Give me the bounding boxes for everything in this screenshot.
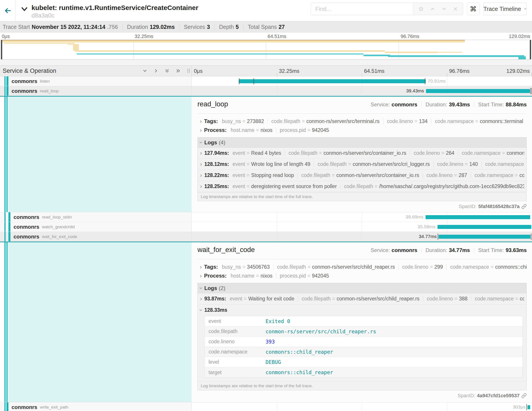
log-field-row: targetconmonrs::child_reaper [205,367,523,377]
logs-title: Logs [204,285,217,291]
back-button[interactable] [0,0,16,21]
log-entry[interactable]: › 127.94ms: event=Read 4 bytescode.filep… [198,148,526,159]
process-row[interactable]: › Process: host.name=nixosprocess.pid=94… [198,126,527,135]
span-row-left[interactable]: conmonrs watch_grandchild [0,222,192,232]
chevron-down-icon [20,5,28,13]
service-name: conmonrs [11,88,37,94]
span-bar[interactable] [437,225,531,229]
log-entry[interactable]: › 93.87ms: event=Waiting for exit codeco… [198,293,526,304]
service-name: conmonrs [11,78,37,84]
find-next-icon[interactable] [441,6,447,12]
focus-match-icon[interactable] [418,6,424,12]
span-bar-cell[interactable]: 39.69ms [192,212,532,222]
log-entry[interactable]: › 128.12ms: event=Wrote log line of leng… [198,159,526,170]
minimap-tick: 0μs [2,34,10,39]
minimap-right-handle[interactable] [530,40,531,59]
expand-all-icon[interactable] [175,68,181,73]
span-bar[interactable] [528,405,530,409]
tags-row[interactable]: › Tags: busy_ns=34506763code.filepath=co… [198,263,527,271]
process-label: Process: [204,127,227,133]
span-row-left[interactable]: conmonrs read_loop [0,86,192,96]
field-key: code.lineno [437,161,463,167]
process-row[interactable]: › Process: host.name=nixosprocess.pid=94… [198,271,527,280]
operation-name: read_loop_stdin [42,215,72,220]
column-resize-grip[interactable] [188,68,190,73]
link-icon[interactable] [521,393,527,398]
span-bar-cell[interactable]: 35.58ms [192,222,532,232]
collapse-all-icon[interactable] [164,68,170,73]
field-key: code.filepath [302,296,331,302]
span-bar-cell[interactable]: 39.43ms [192,86,532,96]
trace-view-selector[interactable]: Trace Timeline [483,3,527,15]
span-row-left[interactable]: conmonrs write_exit_path [0,402,192,411]
equals-sign: = [332,172,335,178]
logs-header[interactable]: › Logs (2) [198,283,526,293]
minimap-ruler: 0μs 32.25ms 64.51ms 96.76ms 129.02ms [0,33,532,40]
equals-sign: = [302,118,305,124]
timeline-mini-tick [362,73,362,76]
span-row-wait-for-exit-code[interactable]: conmonrs wait_for_exit_code 34.77ms [0,232,532,242]
logs-header[interactable]: › Logs (4) [198,137,526,148]
field-value: Exited 0 [266,318,290,324]
span-row-left[interactable]: conmonrs read_loop_stdin [0,212,192,222]
span-row-read-loop[interactable]: conmonrs read_loop 39.43ms [0,86,532,96]
divider [214,24,215,30]
span-bar[interactable] [239,79,426,83]
trace-minimap[interactable]: 0μs 32.25ms 64.51ms 96.76ms 129.02ms [0,33,532,59]
field-key: host.name [230,273,254,279]
trace-id: d8a3a0c [31,12,198,19]
title-collapse-chevron[interactable] [20,5,28,13]
span-bar[interactable] [426,89,530,93]
span-bar-cell[interactable]: 34.77ms [192,232,532,241]
span-bar-cell[interactable]: 70.91ms [192,76,532,86]
span-row-watch-grandchild[interactable]: conmonrs watch_grandchild 35.58ms [0,222,532,232]
find-prev-icon[interactable] [430,6,436,12]
equals-sign: = [247,150,250,156]
collapse-one-icon[interactable] [142,68,148,73]
field-key: code.lineno [414,150,440,156]
span-row-listen[interactable]: conmonrs listen 70.91ms [0,76,532,86]
process-list: host.name=nixosprocess.pid=942045 [230,127,329,133]
log-entry[interactable]: › 128.25ms: event=deregistering event so… [198,181,526,192]
service-value: conmonrs [391,101,417,108]
field-value: 393 [266,339,275,345]
log-entry[interactable]: › 128.22ms: event=Stopping read loopcode… [198,170,526,181]
keyboard-shortcuts-button[interactable]: ⌘ [467,3,480,15]
minimap-span-segment [73,44,79,51]
field-value: conmon-rs/server/src/child_reaper.rs [266,329,376,334]
field-key: event [205,318,266,324]
span-table-header: Service & Operation 0μs 32.25ms 64.51ms … [0,65,532,76]
duration-label: Duration: [426,101,447,108]
span-bar[interactable] [439,235,530,239]
find-input[interactable] [311,3,413,15]
tree-guide [4,242,6,402]
span-row-write-exit-path[interactable]: conmonrs write_exit_path 303μs [0,402,532,411]
span-bar-cell[interactable]: 303μs [192,402,532,411]
span-duration-label: 70.91ms [426,78,446,84]
tags-row[interactable]: › Tags: busy_ns=273882code.filepath=conm… [198,117,527,126]
equals-sign: = [454,172,457,178]
log-field-row: eventExited 0 [205,316,523,326]
equals-sign: = [430,264,433,270]
minimap-canvas[interactable] [1,40,531,59]
expand-one-icon[interactable] [153,68,159,73]
field-key: target [205,370,266,375]
span-row-read-loop-stdin[interactable]: conmonrs read_loop_stdin 39.69ms [0,212,532,222]
minimap-span-segment [68,44,73,45]
field-key: event [232,172,245,178]
span-row-left[interactable]: conmonrs wait_for_exit_code [0,232,192,241]
duration-value: 34.77ms [449,247,470,253]
minimap-left-handle[interactable] [1,40,2,59]
field-key: code.lineno [426,172,453,178]
span-bar[interactable] [426,215,530,219]
minimap-span-segment [385,51,438,53]
span-row-left[interactable]: conmonrs listen [0,76,192,86]
log-timestamp: 128.22ms: [204,172,229,178]
chevron-down-icon: › [198,139,205,146]
log-entry-expanded[interactable]: › 128.33ms [198,304,526,315]
clear-find-icon[interactable] [453,6,458,11]
trace-start-label: Trace Start [3,24,30,30]
service-operation-title: Service & Operation [3,68,56,74]
link-icon[interactable] [521,204,527,209]
chevron-right-icon: › [198,264,204,270]
